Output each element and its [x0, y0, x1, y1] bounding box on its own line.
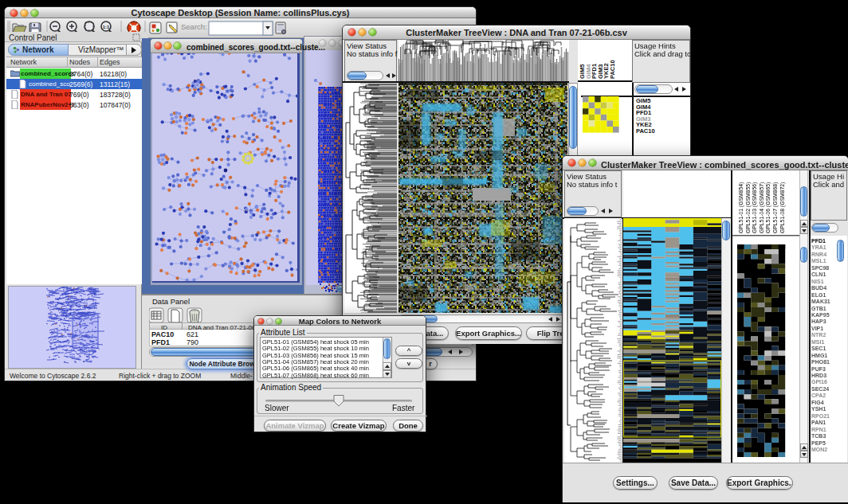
- svg-text:CPA2: CPA2: [811, 393, 826, 398]
- svg-text:GPL51-08 (GSM872): GPL51-08 (GSM872): [779, 182, 786, 233]
- svg-text:PHO81: PHO81: [811, 359, 830, 365]
- svg-text:PEP5: PEP5: [811, 440, 826, 446]
- svg-text:SPC98: SPC98: [811, 265, 829, 271]
- svg-text:GPL51-07 (GSM868): GPL51-07 (GSM868): [772, 182, 779, 233]
- svg-text:PAC10: PAC10: [636, 127, 655, 135]
- svg-text:1:1: 1:1: [103, 25, 110, 29]
- svg-text:SEC1: SEC1: [811, 346, 826, 351]
- svg-text:CLN1: CLN1: [811, 272, 826, 277]
- svg-text:PFD1: PFD1: [811, 238, 826, 244]
- svg-text:MSI1: MSI1: [811, 339, 824, 345]
- svg-text:MON2: MON2: [811, 447, 827, 452]
- svg-text:HAP3: HAP3: [811, 318, 826, 324]
- svg-text:GPL51-04 (GSM857): GPL51-04 (GSM857): [759, 182, 765, 233]
- svg-text:KAP95: KAP95: [811, 312, 830, 318]
- svg-text:HRD3: HRD3: [811, 373, 826, 378]
- svg-text:GPI16: GPI16: [811, 379, 827, 385]
- svg-text:MSL1: MSL1: [811, 258, 826, 264]
- svg-text:GTB1: GTB1: [811, 306, 826, 311]
- svg-text:SEC24: SEC24: [811, 386, 829, 392]
- svg-text:YSH1: YSH1: [811, 406, 826, 412]
- svg-text:VIP1: VIP1: [811, 326, 823, 331]
- svg-text:PAN1: PAN1: [811, 420, 826, 425]
- svg-text:YRA1: YRA1: [811, 244, 826, 250]
- svg-text:GPL51-01 (GSM854): GPL51-01 (GSM854): [738, 182, 744, 233]
- svg-text:PAC10: PAC10: [609, 60, 616, 79]
- svg-text:MAK31: MAK31: [811, 299, 830, 304]
- svg-text:NIS1: NIS1: [811, 279, 824, 284]
- svg-text:RPO21: RPO21: [811, 413, 830, 419]
- svg-text:GPL51-06 (GSM865): GPL51-06 (GSM865): [765, 182, 771, 233]
- svg-text:BUD4: BUD4: [811, 285, 826, 291]
- svg-text:ELG1: ELG1: [811, 292, 826, 298]
- svg-text:GPL51-03 (GSM856): GPL51-03 (GSM856): [752, 182, 758, 233]
- svg-text:RNR4: RNR4: [811, 252, 826, 257]
- svg-text:PUF3: PUF3: [811, 366, 826, 372]
- svg-text:TCB3: TCB3: [811, 433, 826, 439]
- svg-text:FIG4: FIG4: [811, 400, 824, 405]
- svg-text:NTR2: NTR2: [811, 332, 826, 338]
- svg-text:GPL51-02 (GSM855): GPL51-02 (GSM855): [745, 182, 752, 233]
- svg-text:RPN1: RPN1: [811, 427, 826, 432]
- svg-text:Search:: Search:: [181, 22, 207, 31]
- svg-text:HMG1: HMG1: [811, 353, 827, 358]
